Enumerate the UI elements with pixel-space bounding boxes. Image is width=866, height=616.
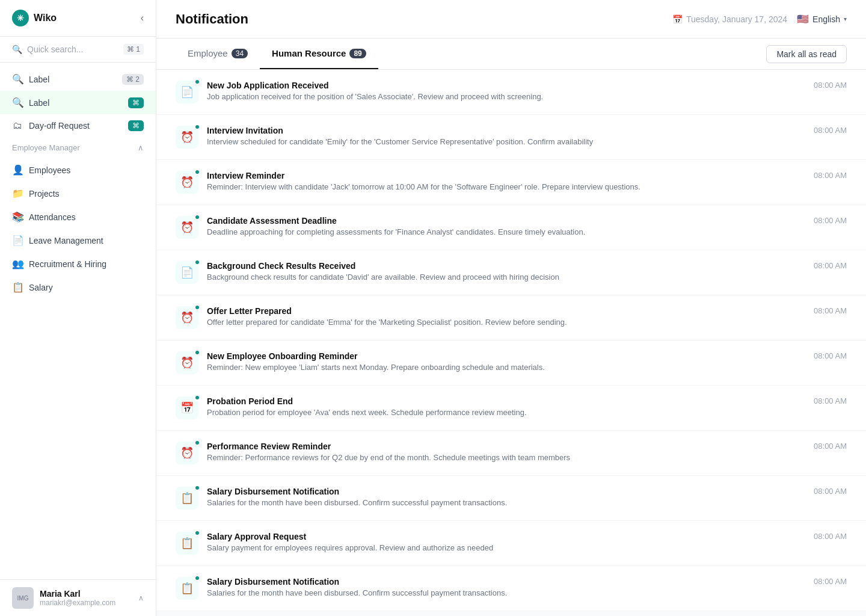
notif-time: 08:00 AM	[799, 396, 847, 405]
notif-time: 08:00 AM	[799, 532, 847, 541]
notif-desc: Salaries for the month have been disburs…	[207, 588, 790, 597]
doc-icon: 📄	[12, 235, 23, 246]
unread-dot	[194, 395, 200, 401]
chevron-up-icon: ∧	[138, 594, 144, 602]
notif-desc: Offer letter prepared for candidate 'Emm…	[207, 318, 790, 327]
search-shortcut: ⌘ 1	[123, 44, 144, 55]
notification-item[interactable]: 📋 Salary Disbursement Notification Salar…	[156, 566, 866, 611]
notif-icon-wrap: ⏰	[176, 351, 198, 374]
bag-icon: 🗂	[12, 120, 23, 131]
notification-item[interactable]: ⏰ Offer Letter Prepared Offer letter pre…	[156, 295, 866, 340]
sidebar-item-recruitment[interactable]: 👥 Recruitment & Hiring	[0, 252, 156, 276]
notif-title: Interview Reminder	[207, 171, 790, 180]
employee-manager-section[interactable]: Employee Manager ∧	[0, 137, 156, 158]
label1-shortcut: ⌘ 2	[122, 74, 144, 85]
notif-body: New Job Application Received Job applica…	[207, 81, 790, 101]
notif-title: Performance Review Reminder	[207, 442, 790, 451]
notification-item[interactable]: ⏰ New Employee Onboarding Reminder Remin…	[156, 340, 866, 386]
notif-body: Candidate Assessment Deadline Deadline a…	[207, 216, 790, 236]
sidebar-search[interactable]: 🔍 Quick search... ⌘ 1	[0, 37, 156, 63]
notif-title: Interview Invitation	[207, 126, 790, 135]
tab-employee[interactable]: Employee 34	[176, 38, 260, 69]
notif-desc: Probation period for employee 'Ava' ends…	[207, 408, 790, 417]
label2-shortcut: ⌘	[128, 97, 144, 108]
notif-icon-wrap: ⏰	[176, 216, 198, 239]
notif-title: Salary Disbursement Notification	[207, 577, 790, 587]
sidebar-item-attendances[interactable]: 📚 Attendances	[0, 205, 156, 229]
notif-time: 08:00 AM	[799, 81, 847, 90]
notif-time: 08:00 AM	[799, 216, 847, 225]
notif-icon-wrap: 📄	[176, 261, 198, 284]
sidebar-item-label2-text: Label	[29, 98, 49, 108]
unread-dot	[194, 575, 200, 581]
notif-time: 08:00 AM	[799, 487, 847, 496]
notif-icon-wrap: ⏰	[176, 171, 198, 194]
tab-human-resource[interactable]: Human Resource 89	[260, 38, 378, 69]
notif-body: New Employee Onboarding Reminder Reminde…	[207, 351, 790, 372]
topbar-right: 📅 Tuesday, January 17, 2024 🇺🇸 English ▾	[672, 13, 847, 25]
notif-desc: Reminder: Interview with candidate 'Jack…	[207, 182, 790, 191]
folder-icon: 📁	[12, 188, 23, 199]
notifications-list: 📄 New Job Application Received Job appli…	[156, 70, 866, 611]
stack-icon: 📚	[12, 211, 23, 223]
notif-icon: ⏰	[180, 176, 194, 189]
user-info: Maria Karl mariakrl@example.com	[40, 589, 132, 607]
notif-time: 08:00 AM	[799, 261, 847, 270]
language-selector[interactable]: 🇺🇸 English ▾	[797, 13, 847, 25]
notif-icon-wrap: 📄	[176, 81, 198, 103]
notif-icon: 📅	[180, 401, 194, 414]
notification-item[interactable]: ⏰ Performance Review Reminder Reminder: …	[156, 431, 866, 476]
notif-title: Salary Approval Request	[207, 532, 790, 541]
notif-time: 08:00 AM	[799, 577, 847, 586]
notification-item[interactable]: 📄 New Job Application Received Job appli…	[156, 70, 866, 115]
mark-all-read-button[interactable]: Mark all as read	[766, 45, 847, 63]
notification-item[interactable]: 📋 Salary Approval Request Salary payment…	[156, 521, 866, 566]
notification-item[interactable]: ⏰ Interview Invitation Interview schedul…	[156, 115, 866, 160]
language-text: English	[812, 14, 840, 24]
unread-dot	[194, 79, 200, 85]
notif-title: Candidate Assessment Deadline	[207, 216, 790, 226]
sidebar-item-projects-text: Projects	[29, 189, 60, 199]
search-icon: 🔍	[12, 45, 22, 54]
notif-icon: 📋	[180, 491, 194, 505]
notification-item[interactable]: ⏰ Interview Reminder Reminder: Interview…	[156, 160, 866, 205]
notif-body: Salary Disbursement Notification Salarie…	[207, 487, 790, 507]
calendar-icon: 📅	[672, 14, 683, 24]
sidebar-item-label1[interactable]: 🔍 Label ⌘ 2	[0, 67, 156, 91]
notif-icon-wrap: 📋	[176, 532, 198, 555]
people-icon: 👥	[12, 258, 23, 270]
notif-icon: 📄	[180, 85, 194, 99]
avatar: IMG	[12, 587, 34, 609]
notification-item[interactable]: 📋 Salary Disbursement Notification Salar…	[156, 476, 866, 521]
notification-item[interactable]: ⏰ Candidate Assessment Deadline Deadline…	[156, 205, 866, 250]
sidebar-item-leave[interactable]: 📄 Leave Management	[0, 229, 156, 252]
notif-title: New Employee Onboarding Reminder	[207, 351, 790, 361]
sidebar-item-employees[interactable]: 👤 Employees	[0, 158, 156, 182]
notif-icon: ⏰	[180, 221, 194, 234]
user-profile[interactable]: IMG Maria Karl mariakrl@example.com ∧	[0, 579, 156, 616]
notif-icon: ⏰	[180, 131, 194, 144]
list-icon: 📋	[12, 282, 23, 293]
notif-desc: Reminder: New employee 'Liam' starts nex…	[207, 363, 790, 372]
collapse-sidebar-button[interactable]: ‹	[141, 13, 144, 23]
notif-time: 08:00 AM	[799, 351, 847, 360]
date-text: Tuesday, January 17, 2024	[686, 14, 787, 24]
unread-dot	[194, 440, 200, 446]
notif-title: Offer Letter Prepared	[207, 306, 790, 316]
notif-icon: 📄	[180, 266, 194, 279]
unread-dot	[194, 530, 200, 536]
sidebar-item-dayoff[interactable]: 🗂 Day-off Request ⌘	[0, 114, 156, 137]
sidebar-item-salary[interactable]: 📋 Salary	[0, 276, 156, 299]
date-display: 📅 Tuesday, January 17, 2024	[672, 14, 787, 24]
sidebar-item-label2[interactable]: 🔍 Label ⌘	[0, 91, 156, 114]
notif-time: 08:00 AM	[799, 126, 847, 135]
notif-icon: ⏰	[180, 446, 194, 460]
notif-time: 08:00 AM	[799, 171, 847, 180]
notification-item[interactable]: 📄 Background Check Results Received Back…	[156, 250, 866, 295]
sidebar-item-projects[interactable]: 📁 Projects	[0, 182, 156, 205]
tab-hr-label: Human Resource	[272, 48, 346, 58]
notif-icon-wrap: ⏰	[176, 126, 198, 149]
notification-item[interactable]: 📅 Probation Period End Probation period …	[156, 386, 866, 431]
tab-hr-badge: 89	[349, 49, 366, 58]
notif-desc: Salaries for the month have been disburs…	[207, 498, 790, 507]
